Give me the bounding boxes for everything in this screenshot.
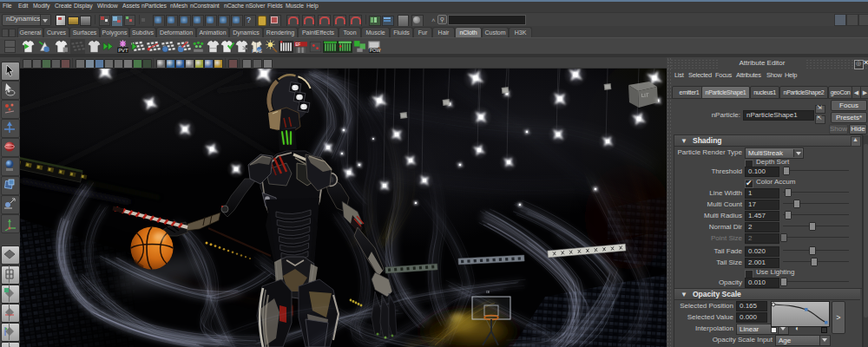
svg-text:l3l: l3l xyxy=(486,290,490,294)
svg-text:LIT: LIT xyxy=(641,93,649,98)
svg-text:POW: POW xyxy=(370,48,381,53)
svg-text:PVT: PVT xyxy=(118,48,128,53)
svg-text:EF: EF xyxy=(295,43,300,47)
